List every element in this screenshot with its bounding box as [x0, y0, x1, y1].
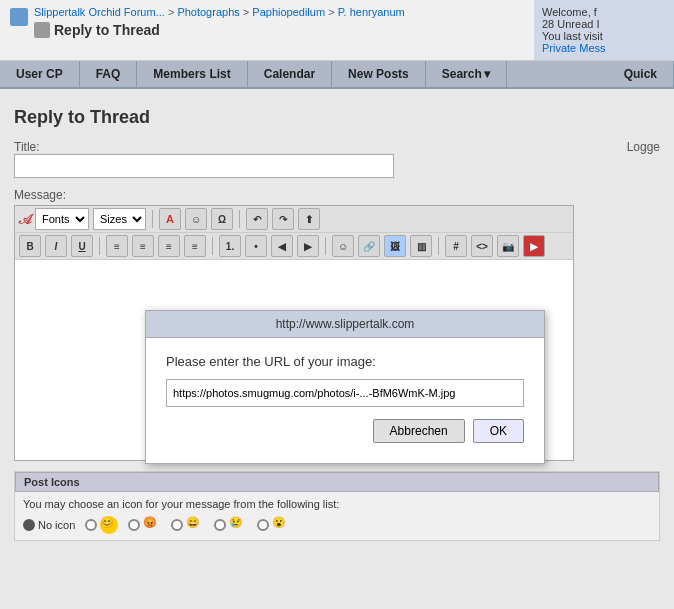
title-label: Title:: [14, 140, 40, 154]
breadcrumb: Slippertalk Orchid Forum... > Photograph…: [34, 6, 405, 18]
title-input[interactable]: [14, 154, 394, 178]
emoji-btn[interactable]: ☺: [332, 235, 354, 257]
sizes-select[interactable]: Sizes: [93, 208, 146, 230]
more-btn[interactable]: ⬆: [298, 208, 320, 230]
forum-icon: [10, 8, 28, 26]
icon-option-4: 😄: [171, 516, 204, 534]
header-left: Slippertalk Orchid Forum... > Photograph…: [0, 0, 534, 60]
header-text: Slippertalk Orchid Forum... > Photograph…: [34, 6, 405, 38]
toolbar-sep-1: [152, 210, 153, 228]
align-justify-btn[interactable]: ≡: [184, 235, 206, 257]
message-label: Message:: [14, 188, 660, 202]
icon-option-3: 😡: [128, 516, 161, 534]
nav-calendar[interactable]: Calendar: [248, 61, 332, 87]
icon-option-6: 😮: [257, 516, 290, 534]
top-header: Slippertalk Orchid Forum... > Photograph…: [0, 0, 674, 61]
no-icon-label: No icon: [38, 519, 75, 531]
editor-body-wrapper: | http://www.slippertalk.com Please ente…: [15, 260, 573, 460]
page-content: Reply to Thread Title: Logge Message: 𝒜 …: [0, 89, 674, 551]
radio-icon-6[interactable]: [257, 519, 269, 531]
dialog-title-bar: http://www.slippertalk.com: [146, 311, 544, 338]
post-icons-description: You may choose an icon for your message …: [23, 498, 339, 510]
private-messages-link[interactable]: Private Mess: [542, 42, 606, 54]
breadcrumb-forum-link[interactable]: Slippertalk Orchid Forum...: [34, 6, 165, 18]
nav-new-posts[interactable]: New Posts: [332, 61, 426, 87]
bold-btn[interactable]: B: [19, 235, 41, 257]
form-area: Title: Logge Message: 𝒜 Fonts Sizes: [0, 140, 674, 551]
increase-indent-btn[interactable]: ▶: [297, 235, 319, 257]
special-btn[interactable]: Ω: [211, 208, 233, 230]
decrease-indent-btn[interactable]: ◀: [271, 235, 293, 257]
font-style-icon: 𝒜: [19, 211, 31, 228]
toolbar-sep-6: [438, 237, 439, 255]
fonts-select[interactable]: Fonts: [35, 208, 89, 230]
icon-5-img: 😢: [229, 516, 247, 534]
dialog-ok-button[interactable]: OK: [473, 419, 524, 443]
ordered-list-btn[interactable]: 1.: [219, 235, 241, 257]
message-field-row: Message: 𝒜 Fonts Sizes A ☺: [14, 188, 660, 461]
italic-btn[interactable]: I: [45, 235, 67, 257]
toolbar-sep-2: [239, 210, 240, 228]
title-field-row: Title: Logge: [14, 140, 660, 178]
undo-btn[interactable]: ↶: [246, 208, 268, 230]
redo-btn[interactable]: ↷: [272, 208, 294, 230]
header-right: Welcome, f 28 Unread I You last visit Pr…: [534, 0, 674, 60]
code-btn[interactable]: <>: [471, 235, 493, 257]
align-left-btn[interactable]: ≡: [106, 235, 128, 257]
post-icons-body: You may choose an icon for your message …: [15, 492, 659, 540]
icon-option-2: 😊: [85, 516, 118, 534]
reply-icon: [34, 22, 50, 38]
toolbar-sep-5: [325, 237, 326, 255]
reply-title: Reply to Thread: [34, 22, 405, 38]
post-icons-title: Post Icons: [15, 472, 659, 492]
page-title: Reply to Thread: [0, 99, 674, 140]
logged-in-indicator: Logge: [627, 140, 660, 154]
icon-option-no-icon: No icon: [23, 519, 75, 531]
dialog-body: Please enter the URL of your image: Abbr…: [146, 338, 544, 463]
nav-bar: User CP FAQ Members List Calendar New Po…: [0, 61, 674, 89]
nav-faq[interactable]: FAQ: [80, 61, 138, 87]
youtube-btn[interactable]: ▶: [523, 235, 545, 257]
dialog-url-input[interactable]: [166, 379, 524, 407]
post-icons-row: No icon 😊 😡 😄: [23, 516, 651, 534]
radio-icon-4[interactable]: [171, 519, 183, 531]
toolbar-sep-3: [99, 237, 100, 255]
nav-search[interactable]: Search ▾: [426, 61, 507, 87]
editor-container: 𝒜 Fonts Sizes A ☺ Ω ↶ ↷ ⬆: [14, 205, 574, 461]
editor-toolbar-row1: 𝒜 Fonts Sizes A ☺ Ω ↶ ↷ ⬆: [15, 206, 573, 233]
media-btn[interactable]: ▥: [410, 235, 432, 257]
image-url-dialog: http://www.slippertalk.com Please enter …: [145, 310, 545, 464]
hash-btn[interactable]: #: [445, 235, 467, 257]
font-color-btn[interactable]: A: [159, 208, 181, 230]
chevron-down-icon: ▾: [484, 67, 490, 81]
nav-user-cp[interactable]: User CP: [0, 61, 80, 87]
radio-icon-3[interactable]: [128, 519, 140, 531]
underline-btn[interactable]: U: [71, 235, 93, 257]
align-center-btn[interactable]: ≡: [132, 235, 154, 257]
nav-quick[interactable]: Quick: [608, 61, 674, 87]
smiley-btn[interactable]: ☺: [185, 208, 207, 230]
icon-option-5: 😢: [214, 516, 247, 534]
photo-btn[interactable]: 📷: [497, 235, 519, 257]
breadcrumb-photographs-link[interactable]: Photographs: [177, 6, 239, 18]
nav-members-list[interactable]: Members List: [137, 61, 247, 87]
icon-2-img: 😊: [100, 516, 118, 534]
breadcrumb-paphiopedilum-link[interactable]: Paphiopedilum: [252, 6, 325, 18]
radio-icon-2[interactable]: [85, 519, 97, 531]
link-btn[interactable]: 🔗: [358, 235, 380, 257]
post-icons-section: Post Icons You may choose an icon for yo…: [14, 471, 660, 541]
unordered-list-btn[interactable]: •: [245, 235, 267, 257]
radio-icon-5[interactable]: [214, 519, 226, 531]
dialog-prompt: Please enter the URL of your image:: [166, 354, 524, 369]
dialog-cancel-button[interactable]: Abbrechen: [373, 419, 465, 443]
search-label: Search: [442, 67, 482, 81]
icon-3-img: 😡: [143, 516, 161, 534]
image-insert-btn[interactable]: 🖼: [384, 235, 406, 257]
align-right-btn[interactable]: ≡: [158, 235, 180, 257]
radio-no-icon[interactable]: [23, 519, 35, 531]
editor-toolbar-row2: B I U ≡ ≡ ≡ ≡ 1. • ◀ ▶ ☺ 🔗 🖼: [15, 233, 573, 260]
icon-6-img: 😮: [272, 516, 290, 534]
welcome-text: Welcome, f: [542, 6, 666, 18]
breadcrumb-henryanum-link[interactable]: P. henryanum: [338, 6, 405, 18]
unread-count: 28 Unread I: [542, 18, 666, 30]
